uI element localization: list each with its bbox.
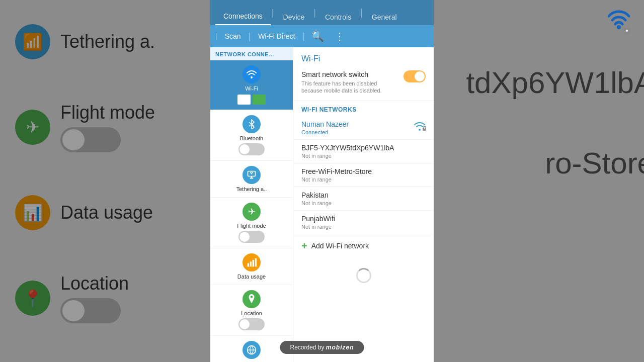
bluetooth-toggle[interactable] (238, 143, 265, 155)
bg-item-tethering: 📶 Tethering a. (15, 24, 155, 59)
bluetooth-sidebar-label: Bluetooth (240, 135, 263, 141)
top-nav: Connections | Device | Controls | Genera… (210, 0, 434, 25)
recorded-app-name: mobizen (326, 344, 354, 351)
connected-network-status: Connected (301, 129, 349, 135)
svg-rect-7 (248, 263, 249, 267)
tab-connections[interactable]: Connections (215, 8, 271, 25)
background-left: 📶 Tethering a. ✈ Flight mode 📊 Data usag… (0, 0, 210, 362)
svg-point-6 (251, 173, 253, 174)
more-options-icon[interactable]: ⋮ (331, 27, 349, 45)
sidebar-item-flight[interactable]: ✈ Flight mode (210, 198, 293, 248)
network-info-1: Free-WiFi-Metro-Store Not in range (301, 167, 372, 183)
network-info-0: BJF5-YXJtYW5tdXp6YW1lbA Not in range (301, 144, 394, 159)
network-name-2: Pakistan (301, 191, 332, 199)
smart-switch-subtitle: This feature has been disabled because m… (301, 80, 392, 95)
bluetooth-sidebar-icon (243, 115, 261, 133)
data-usage-sidebar-icon (243, 253, 261, 272)
sidebar-item-bluetooth[interactable]: Bluetooth (210, 110, 293, 161)
data-usage-sidebar-label: Data usage (237, 274, 266, 280)
network-status-3: Not in range (301, 224, 335, 230)
network-name-0: BJF5-YXJtYW5tdXp6YW1lbA (301, 144, 394, 152)
sidebar-item-location[interactable]: Location (210, 285, 293, 336)
scan-button[interactable]: Scan (220, 29, 246, 43)
network-status-2: Not in range (301, 200, 332, 206)
action-bar-sep2: | (302, 31, 305, 42)
flight-sidebar-label: Flight mode (237, 223, 266, 229)
add-network-label: Add Wi-Fi network (311, 242, 369, 250)
bg-data-label: Data usage (60, 202, 153, 223)
wifi-direct-button[interactable]: Wi-Fi Direct (253, 29, 300, 43)
network-status-1: Not in range (301, 176, 372, 183)
nav-divider-2: | (312, 8, 317, 18)
wifi-networks-header: WI-FI NETWORKS (293, 101, 434, 116)
svg-point-17 (424, 128, 425, 129)
bg-location-icon: 📍 (15, 281, 50, 316)
network-item-0[interactable]: BJF5-YXJtYW5tdXp6YW1lbA Not in range (293, 140, 434, 163)
right-panel: Wi-Fi Smart network switch This feature … (293, 47, 434, 362)
main-panel: Connections | Device | Controls | Genera… (210, 0, 434, 362)
tab-device[interactable]: Device (275, 9, 313, 25)
wifi-toggle-white (237, 95, 251, 105)
tab-general[interactable]: General (364, 9, 405, 25)
bg-right-text1: tdXp6YW1lbA (466, 65, 644, 100)
network-item-2[interactable]: Pakistan Not in range (293, 187, 434, 211)
bg-location-label: Location (60, 273, 129, 294)
content-area: NETWORK CONNE... Wi-Fi (210, 47, 434, 362)
search-icon[interactable]: 🔍 (307, 27, 328, 45)
wifi-title: Wi-Fi (293, 47, 434, 67)
connected-wifi-signal-icon (414, 122, 426, 133)
background-right: tdXp6YW1lbA ro-Store (433, 0, 644, 362)
sidebar-item-wifi[interactable]: Wi-Fi (210, 60, 293, 110)
location-toggle[interactable] (238, 318, 265, 330)
network-name-3: PunjabWifi (301, 215, 335, 223)
network-item-3[interactable]: PunjabWifi Not in range (293, 211, 434, 234)
bg-flight-label: Flight mode (60, 102, 155, 123)
nav-divider-1: | (271, 8, 275, 18)
bg-flight-icon: ✈ (15, 110, 50, 145)
toggle-knob (415, 71, 425, 81)
bg-item-flight: ✈ Flight mode (15, 102, 155, 152)
smart-switch-row[interactable]: Smart network switch This feature has be… (293, 67, 434, 101)
wifi-lock-icon (604, 5, 634, 37)
tethering-sidebar-label: Tethering a.. (236, 186, 267, 192)
bg-flight-toggle (60, 127, 121, 152)
svg-point-3 (626, 30, 628, 32)
loading-spinner (356, 268, 371, 283)
wifi-sidebar-icon (243, 65, 261, 83)
svg-point-11 (251, 296, 253, 298)
smart-switch-text: Smart network switch This feature has be… (301, 70, 392, 95)
nav-divider-3: | (359, 8, 364, 18)
smart-switch-title: Smart network switch (301, 70, 392, 78)
location-sidebar-icon (243, 290, 261, 308)
tab-controls[interactable]: Controls (317, 9, 359, 25)
network-section-header: NETWORK CONNE... (210, 47, 293, 60)
connected-network-info: Numan Nazeer Connected (301, 120, 349, 135)
action-bar-pipe: | (215, 32, 217, 40)
bg-tethering-icon: 📶 (15, 24, 50, 59)
bg-data-icon: 📊 (15, 195, 50, 230)
tethering-sidebar-icon (243, 166, 261, 184)
wifi-toggle-bar[interactable] (237, 95, 266, 105)
svg-rect-9 (253, 260, 254, 266)
svg-rect-10 (255, 258, 257, 267)
network-name-1: Free-WiFi-Metro-Store (301, 167, 372, 175)
bg-tethering-label: Tethering a. (60, 31, 155, 52)
network-item-1[interactable]: Free-WiFi-Metro-Store Not in range (293, 163, 434, 187)
add-network-plus-icon: + (301, 240, 307, 252)
sidebar-item-data-usage[interactable]: Data usage (210, 248, 293, 285)
smart-switch-toggle[interactable] (404, 70, 426, 82)
recorded-banner: Recorded by mobizen (280, 341, 364, 354)
wifi-toggle-green (253, 95, 266, 105)
svg-rect-5 (250, 177, 254, 179)
flight-toggle[interactable] (238, 231, 265, 243)
network-info-3: PunjabWifi Not in range (301, 215, 335, 230)
bg-location-toggle (60, 298, 121, 323)
bg-right-text2: ro-Store (545, 146, 644, 180)
recorded-label: Recorded by (290, 344, 324, 351)
connected-network-name: Numan Nazeer (301, 120, 349, 128)
sidebar: NETWORK CONNE... Wi-Fi (210, 47, 293, 362)
sidebar-item-tethering[interactable]: Tethering a.. (210, 161, 293, 198)
network-status-0: Not in range (301, 153, 394, 159)
connected-network-item[interactable]: Numan Nazeer Connected (293, 116, 434, 140)
add-network-row[interactable]: + Add Wi-Fi network (293, 234, 434, 258)
